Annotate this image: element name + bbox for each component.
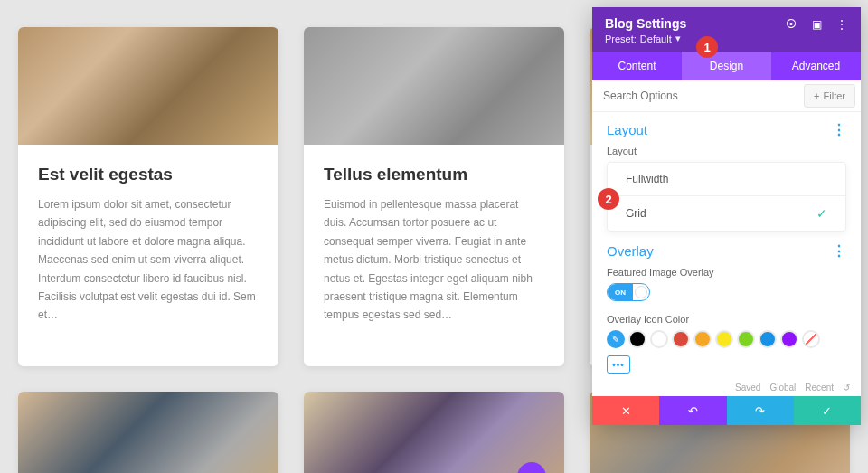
expand-icon[interactable]: ▣ [807,14,826,34]
card-title[interactable]: Est velit egestas [38,165,259,184]
chevron-down-icon: ▾ [675,33,681,44]
section-title-layout[interactable]: Layout [607,122,647,137]
tab-advanced[interactable]: Advanced [771,52,861,80]
close-button[interactable]: ✕ [592,396,659,425]
section-title-overlay[interactable]: Overlay [607,243,654,259]
swatch-purple[interactable] [780,330,798,348]
layout-options: Fullwidth Grid ✓ [607,162,846,232]
filter-button[interactable]: + Filter [804,84,855,108]
preset-value: Default [640,33,672,44]
swatch-blue[interactable] [759,330,777,348]
layout-section: Layout ⋮ Layout Fullwidth Grid ✓ [592,112,861,239]
toggle-on-label: ON [608,284,633,300]
overlay-field-label: Featured Image Overlay [607,267,846,278]
card-image[interactable] [304,27,564,145]
swatch-orange[interactable] [693,330,712,348]
status-global[interactable]: Global [769,383,796,393]
swatch-green[interactable] [737,330,755,348]
filter-label: Filter [824,90,845,101]
overlay-toggle[interactable]: ON [607,283,650,301]
card-image[interactable] [304,392,564,473]
check-icon: ✓ [816,206,827,221]
layout-field-label: Layout [607,146,846,156]
tab-design[interactable]: Design [682,52,771,80]
save-button[interactable]: ✓ [794,396,861,425]
swatch-yellow[interactable] [715,330,733,348]
tab-content[interactable]: Content [592,52,682,80]
blog-card [18,392,278,473]
preset-label: Preset: [605,33,637,44]
more-vert-icon[interactable]: ⋮ [832,14,852,34]
blog-settings-panel: Blog Settings Preset: Default ▾ ⦿ ▣ ⋮ Co… [592,7,861,425]
card-excerpt: Euismod in pellentesque massa placerat d… [324,195,544,325]
card-excerpt: Lorem ipsum dolor sit amet, consectetur … [38,195,259,325]
blog-card: Tellus elementum Euismod in pellentesque… [304,27,564,366]
status-saved[interactable]: Saved [735,383,760,393]
help-icon[interactable]: ⦿ [781,14,801,34]
toggle-knob [635,286,647,298]
redo-button[interactable]: ↷ [727,396,794,425]
search-bar: + Filter [592,80,861,112]
plus-icon: + [814,90,819,101]
annotation-badge-2: 2 [598,188,619,210]
blog-card: ••• [304,392,564,473]
panel-header: Blog Settings Preset: Default ▾ ⦿ ▣ ⋮ [592,7,861,52]
undo-button[interactable]: ↶ [659,396,726,425]
action-bar: ✕ ↶ ↷ ✓ [592,396,861,425]
swatch-black[interactable] [628,330,646,348]
settings-tabs: Content Design Advanced [592,52,861,80]
swatch-none[interactable] [802,330,820,348]
eyedropper-icon[interactable]: ✎ [607,330,625,348]
section-menu-icon[interactable]: ⋮ [832,242,846,260]
layout-option-grid[interactable]: Grid ✓ [608,195,845,231]
status-recent[interactable]: Recent [805,383,834,393]
option-label: Fullwidth [626,173,668,185]
card-title[interactable]: Tellus elementum [324,165,544,184]
search-input[interactable] [592,81,804,110]
panel-header-actions: ⦿ ▣ ⋮ [781,14,852,34]
layout-option-fullwidth[interactable]: Fullwidth [608,163,845,195]
swatch-white[interactable] [650,330,668,348]
expand-colors-button[interactable]: ••• [607,355,630,374]
status-row: Saved Global Recent ↺ [592,381,861,396]
blog-card: Est velit egestas Lorem ipsum dolor sit … [18,27,278,366]
option-label: Grid [626,207,646,220]
overlay-color-label: Overlay Icon Color [607,314,846,325]
color-swatches: ✎ [607,330,846,348]
annotation-badge-1: 1 [696,36,718,58]
swatch-red[interactable] [672,330,690,348]
reset-icon[interactable]: ↺ [843,383,850,393]
card-image[interactable] [18,392,278,473]
section-menu-icon[interactable]: ⋮ [832,121,846,138]
card-image[interactable] [18,27,278,145]
overlay-section: Overlay ⋮ Featured Image Overlay ON Over… [592,239,861,381]
